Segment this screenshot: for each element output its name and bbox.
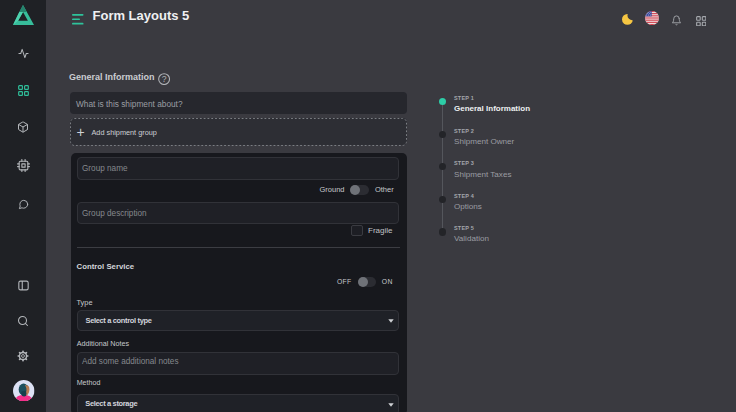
svg-text:?: ? — [162, 74, 167, 84]
